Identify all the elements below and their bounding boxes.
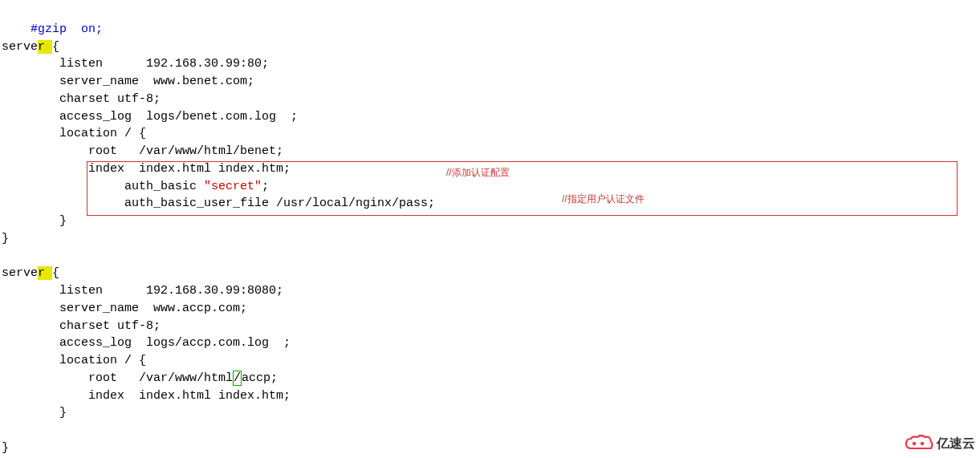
text: auth_basic bbox=[2, 180, 204, 193]
text: serve bbox=[2, 40, 38, 54]
code-line: } bbox=[2, 406, 67, 419]
text: { bbox=[52, 40, 59, 54]
code-line: listen 192.168.30.99:8080; bbox=[2, 284, 283, 298]
code-line: location / { bbox=[2, 127, 146, 140]
highlight: r bbox=[38, 266, 52, 280]
text: serve bbox=[2, 266, 38, 280]
watermark: 亿速云 bbox=[905, 434, 975, 453]
annotation-comment-2: //指定用户认证文件 bbox=[562, 193, 645, 206]
code-line: root /var/www/html/accp; bbox=[2, 371, 278, 386]
cloud-icon bbox=[905, 434, 933, 453]
text: ; bbox=[262, 180, 269, 193]
svg-point-1 bbox=[921, 442, 924, 445]
code-line: } bbox=[2, 214, 67, 228]
code-line: index index.html index.htm; bbox=[2, 162, 291, 176]
code-line: } bbox=[2, 232, 9, 245]
code-line: access_log logs/benet.com.log ; bbox=[2, 110, 298, 124]
svg-point-0 bbox=[913, 442, 916, 445]
code-line: } bbox=[2, 441, 9, 455]
code-block: #gzip on; server { listen 192.168.30.99:… bbox=[0, 0, 980, 458]
watermark-text: 亿速云 bbox=[937, 434, 975, 452]
text: root /var/www/html bbox=[2, 371, 233, 385]
code-line: access_log logs/accp.com.log ; bbox=[2, 336, 291, 350]
cursor: / bbox=[233, 371, 242, 386]
code-line: root /var/www/html/benet; bbox=[2, 144, 283, 158]
annotation-comment-1: //添加认证配置 bbox=[446, 166, 510, 180]
code-line: index index.html index.htm; bbox=[2, 389, 291, 403]
text: accp; bbox=[242, 371, 278, 385]
code-line: auth_basic "secret"; bbox=[2, 180, 269, 193]
code-line: charset utf-8; bbox=[2, 92, 161, 106]
code-line: listen 192.168.30.99:80; bbox=[2, 57, 269, 71]
string-literal: "secret" bbox=[204, 180, 262, 193]
text: { bbox=[52, 266, 59, 280]
code-line: #gzip on; bbox=[2, 22, 103, 36]
code-line: server { bbox=[2, 266, 59, 280]
code-line: location / { bbox=[2, 354, 146, 367]
highlight: r bbox=[38, 40, 52, 54]
code-line: server_name www.accp.com; bbox=[2, 302, 247, 315]
code-line: auth_basic_user_file /usr/local/nginx/pa… bbox=[2, 197, 435, 210]
code-line: server { bbox=[2, 40, 59, 54]
code-line: server_name www.benet.com; bbox=[2, 75, 254, 88]
code-line: charset utf-8; bbox=[2, 319, 161, 333]
